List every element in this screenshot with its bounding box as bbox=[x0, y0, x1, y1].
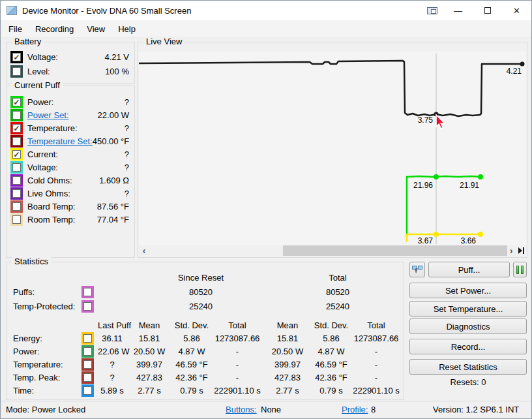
cold-ohms-label: Cold Ohms: bbox=[27, 176, 72, 185]
power-set-link[interactable]: Power Set: bbox=[27, 110, 69, 120]
menu-bar: File Recording View Help bbox=[1, 20, 531, 38]
time-total: 222901.10 s bbox=[351, 386, 402, 396]
maximize-icon bbox=[484, 7, 491, 14]
resets-count: Resets: 0 bbox=[409, 377, 527, 387]
battery-level-label: Level: bbox=[27, 67, 50, 76]
temperature-set-checkbox[interactable] bbox=[10, 135, 23, 147]
maximize-button[interactable] bbox=[473, 1, 502, 20]
menu-help[interactable]: Help bbox=[111, 22, 142, 37]
temp-protected-label: Temp-Protected: bbox=[9, 302, 77, 311]
room-temp-checkbox[interactable] bbox=[10, 213, 23, 226]
scroll-right-button[interactable]: › bbox=[507, 245, 516, 256]
temp-protected-since-reset: 25240 bbox=[147, 302, 254, 311]
puff-voltage-checkbox[interactable] bbox=[10, 161, 23, 174]
temperature-set-link[interactable]: Temperature Set: bbox=[27, 136, 93, 146]
temperature-checkbox[interactable]: ✓ bbox=[10, 122, 23, 134]
power-stat-checkbox[interactable] bbox=[81, 345, 94, 358]
temp-peak-stddev-sr: 42.36 °F bbox=[172, 373, 211, 382]
scrollbar-track[interactable] bbox=[149, 245, 507, 256]
reset-statistics-button[interactable]: Reset Statistics bbox=[409, 359, 527, 375]
menu-view[interactable]: View bbox=[80, 22, 111, 37]
temperature-stddev-sr: 46.59 °F bbox=[172, 360, 211, 369]
time-stddev: 0.79 s bbox=[312, 386, 351, 396]
scrollbar-thumb[interactable] bbox=[283, 245, 507, 256]
statistics-group: Statistics Since Reset Total Puffs: 8052… bbox=[6, 262, 404, 400]
energy-total-sr: 1273087.66 bbox=[211, 334, 263, 343]
time-checkbox[interactable] bbox=[81, 384, 94, 397]
checkmark-icon: ✓ bbox=[12, 98, 21, 106]
mouse-cursor-icon bbox=[436, 115, 445, 129]
scroll-left-button[interactable]: ‹ bbox=[139, 245, 149, 256]
temperature-mean: 399.97 bbox=[263, 360, 312, 369]
window-title: Device Monitor - Evolv DNA 60 Small Scre… bbox=[22, 6, 191, 16]
live-view-group-title: Live View bbox=[143, 37, 185, 46]
battery-group-title: Battery bbox=[12, 37, 44, 46]
battery-voltage-label: Voltage: bbox=[27, 52, 58, 62]
temp-protected-total: 25240 bbox=[286, 302, 390, 311]
puff-current-row: ✓ Current: ? bbox=[10, 147, 129, 161]
power-mean: 20.50 W bbox=[263, 347, 312, 356]
puffs-checkbox[interactable] bbox=[81, 286, 94, 298]
current-label: Current: bbox=[27, 149, 58, 159]
temperature-last-puff: ? bbox=[98, 360, 126, 369]
battery-voltage-checkbox[interactable]: ✓ bbox=[10, 51, 23, 63]
puff-simulator-button[interactable] bbox=[409, 262, 425, 277]
battery-level-row: Level: 100 % bbox=[10, 65, 129, 78]
status-bar: Mode: Power Locked Buttons: None Profile… bbox=[1, 401, 531, 418]
scroll-left-icon: ‹ bbox=[143, 245, 146, 256]
temp-peak-mean: 427.83 bbox=[263, 373, 312, 382]
col-last-puff: Last Puff bbox=[98, 320, 126, 330]
cold-ohms-row: Cold Ohms: 1.609 Ω bbox=[10, 174, 129, 187]
close-button[interactable]: ✕ bbox=[502, 1, 531, 20]
since-reset-header: Since Reset bbox=[147, 273, 254, 283]
power-label: Power: bbox=[27, 97, 53, 107]
buttons-link[interactable]: Buttons: bbox=[226, 405, 257, 414]
temperature-label: Temperature: bbox=[27, 123, 78, 133]
set-temperature-button[interactable]: Set Temperature... bbox=[409, 301, 527, 317]
profile-link[interactable]: Profile: bbox=[342, 405, 368, 414]
board-temp-checkbox[interactable] bbox=[10, 200, 23, 213]
live-chart[interactable]: 3.75 4.21 21.96 21.91 3.67 3.66 bbox=[139, 52, 526, 245]
temperature-stat-label: Temperature: bbox=[9, 360, 77, 369]
current-checkbox[interactable]: ✓ bbox=[10, 148, 23, 161]
temperature-total-sr: - bbox=[211, 360, 263, 369]
menu-recording[interactable]: Recording bbox=[29, 22, 80, 37]
battery-level-value: 100 % bbox=[105, 67, 129, 76]
temperature-total: - bbox=[351, 360, 402, 369]
current-value: ? bbox=[125, 149, 129, 159]
total-header: Total bbox=[286, 273, 390, 283]
scroll-to-end-button[interactable] bbox=[516, 245, 526, 256]
power-set-value: 22.00 W bbox=[98, 110, 129, 120]
temp-peak-last-puff: ? bbox=[98, 373, 126, 382]
menu-file[interactable]: File bbox=[2, 22, 29, 37]
board-temp-row: Board Temp: 87.56 °F bbox=[10, 200, 129, 213]
board-temp-label: Board Temp: bbox=[27, 202, 75, 211]
live-ohms-checkbox[interactable] bbox=[10, 187, 23, 200]
temp-protected-checkbox[interactable] bbox=[81, 300, 94, 313]
col-mean-sr: Mean bbox=[126, 320, 172, 330]
current-puff-group: Current Puff ✓ Power: ? Power Set: 22.00… bbox=[6, 85, 135, 258]
power-mean-sr: 20.50 W bbox=[126, 347, 172, 356]
temp-peak-checkbox[interactable] bbox=[81, 371, 94, 384]
puff-button[interactable]: Puff... bbox=[428, 262, 510, 277]
power-set-checkbox[interactable] bbox=[10, 109, 23, 121]
record-button[interactable]: Record... bbox=[409, 339, 527, 354]
temperature-stat-checkbox[interactable] bbox=[81, 358, 94, 371]
cold-ohms-checkbox[interactable] bbox=[10, 174, 23, 187]
energy-stddev: 5.86 bbox=[312, 334, 351, 343]
minimize-button[interactable]: — bbox=[443, 1, 473, 20]
power-total: - bbox=[351, 347, 402, 356]
puff-temperature-row: ✓ Temperature: ? bbox=[10, 121, 129, 134]
energy-checkbox[interactable] bbox=[81, 332, 94, 345]
skip-to-end-icon bbox=[518, 247, 522, 254]
power-cursor-label: 21.96 bbox=[413, 181, 433, 190]
set-power-button[interactable]: Set Power... bbox=[409, 283, 527, 298]
pause-button[interactable] bbox=[513, 262, 527, 277]
energy-mean: 15.81 bbox=[263, 334, 312, 343]
battery-level-checkbox[interactable] bbox=[10, 65, 23, 78]
power-end-point bbox=[478, 174, 483, 179]
voltage-end-label: 4.21 bbox=[507, 67, 522, 76]
diagnostics-button[interactable]: Diagnostics bbox=[409, 318, 527, 334]
power-checkbox[interactable]: ✓ bbox=[10, 96, 23, 108]
device-screen-button[interactable] bbox=[421, 1, 443, 20]
